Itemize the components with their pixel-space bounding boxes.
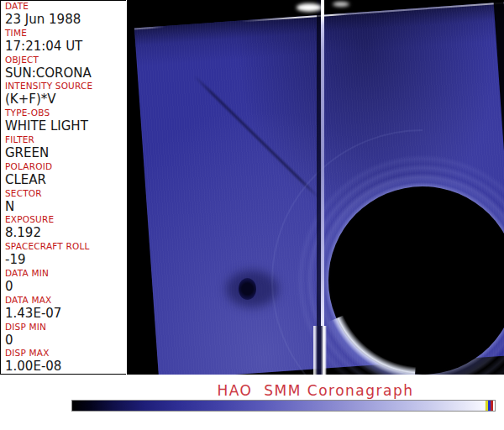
metadata-field-data-max: DATA MAX1.43E-07: [1, 295, 126, 322]
field-label: OBJECT: [5, 55, 126, 66]
field-value: SUN:CORONA: [5, 66, 126, 81]
field-value: N: [5, 199, 126, 214]
field-label: DATE: [5, 1, 126, 12]
overlay-polygon-svg: [127, 0, 504, 375]
field-value: 0: [5, 279, 126, 294]
field-value: WHITE LIGHT: [5, 118, 126, 134]
field-label: INTENSITY SOURCE: [5, 81, 126, 92]
field-label: DATA MIN: [5, 268, 126, 279]
field-value: 1.00E-08: [5, 359, 126, 374]
metadata-field-object: OBJECTSUN:CORONA: [1, 55, 126, 81]
intensity-colorbar: [71, 400, 496, 412]
metadata-field-time: TIME17:21:04 UT: [1, 28, 126, 55]
field-value: CLEAR: [5, 172, 126, 187]
metadata-field-exposure: EXPOSURE8.192: [1, 214, 126, 241]
field-label: DATA MAX: [5, 295, 126, 306]
metadata-field-polaroid: POLAROIDCLEAR: [1, 161, 126, 188]
field-value: 0: [5, 333, 126, 348]
metadata-sidebar: DATE23 Jun 1988TIME17:21:04 UTOBJECTSUN:…: [0, 0, 126, 375]
field-value: 1.43E-07: [5, 306, 126, 321]
metadata-field-disp-min: DISP MIN0: [1, 322, 126, 349]
metadata-field-disp-max: DISP MAX1.00E-08: [1, 348, 126, 375]
metadata-field-spacecraft-roll: SPACECRAFT ROLL-19: [1, 241, 126, 268]
field-label: FILTER: [5, 134, 126, 145]
field-label: SPACECRAFT ROLL: [5, 241, 126, 252]
metadata-field-type-obs: TYPE-OBSWHITE LIGHT: [1, 108, 126, 134]
image-title: HAO SMM Coronagraph: [127, 382, 504, 399]
field-label: TYPE-OBS: [5, 108, 126, 118]
metadata-field-data-min: DATA MIN0: [1, 268, 126, 295]
metadata-field-intensity-source: INTENSITY SOURCE(K+F)*V: [1, 81, 126, 108]
metadata-field-filter: FILTERGREEN: [1, 134, 126, 161]
field-value: 8.192: [5, 225, 126, 240]
coronagraph-image-area: [127, 0, 504, 375]
coronagraph-viewer-window: { "sidebar": { "label_color": "#c31515",…: [0, 0, 504, 430]
field-label: EXPOSURE: [5, 214, 126, 225]
metadata-field-sector: SECTORN: [1, 188, 126, 215]
field-value: 17:21:04 UT: [5, 39, 126, 54]
field-label: POLAROID: [5, 161, 126, 172]
field-value: (K+F)*V: [5, 92, 126, 107]
metadata-field-date: DATE23 Jun 1988: [1, 1, 126, 28]
field-label: TIME: [5, 28, 126, 39]
field-label: DISP MAX: [5, 348, 126, 359]
field-value: 23 Jun 1988: [5, 12, 126, 27]
field-value: GREEN: [5, 145, 126, 160]
field-value: -19: [5, 252, 126, 267]
field-label: DISP MIN: [5, 322, 126, 333]
field-label: SECTOR: [5, 188, 126, 199]
